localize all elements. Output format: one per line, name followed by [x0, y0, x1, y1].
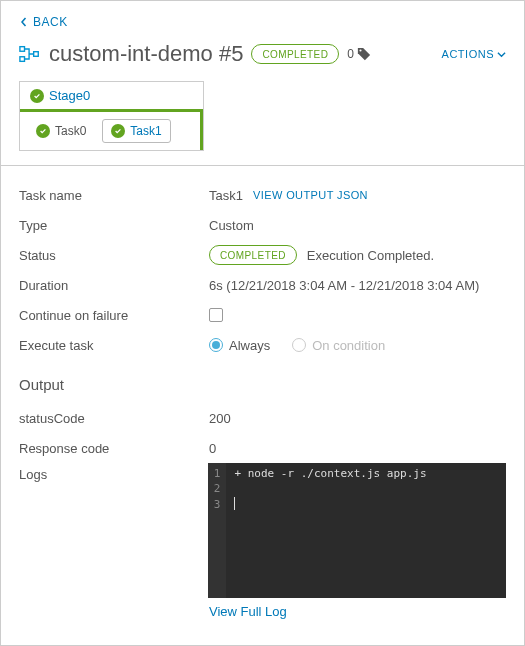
view-output-json-link[interactable]: VIEW OUTPUT JSON [253, 189, 368, 201]
chevron-down-icon [497, 50, 506, 59]
radio-icon [209, 338, 223, 352]
row-duration: Duration 6s (12/21/2018 3:04 AM - 12/21/… [19, 270, 506, 300]
label-execute: Execute task [19, 338, 209, 353]
row-status-code: statusCode 200 [19, 403, 506, 433]
row-logs: Logs 123 + node -r ./context.js app.js [19, 463, 506, 598]
status-badge: COMPLETED [251, 44, 339, 64]
value-type: Custom [209, 218, 254, 233]
radio-always[interactable]: Always [209, 338, 270, 353]
status-badge: COMPLETED [209, 245, 297, 265]
label-task-name: Task name [19, 188, 209, 203]
task-chip-task0[interactable]: Task0 [28, 119, 94, 143]
label-status-code: statusCode [19, 411, 209, 426]
page-title: custom-int-demo #5 [49, 41, 243, 67]
logs-gutter: 123 [208, 463, 227, 598]
label-type: Type [19, 218, 209, 233]
row-type: Type Custom [19, 210, 506, 240]
view-full-log-link[interactable]: View Full Log [209, 604, 287, 619]
stage-header[interactable]: Stage0 [20, 82, 203, 112]
tag-count: 0 [347, 47, 371, 61]
row-continue-on-failure: Continue on failure [19, 300, 506, 330]
radio-always-label: Always [229, 338, 270, 353]
label-status: Status [19, 248, 209, 263]
task-row: Task0 Task1 [20, 112, 203, 150]
tag-icon [357, 47, 371, 61]
divider [1, 165, 524, 166]
svg-rect-1 [20, 57, 25, 62]
value-status-code: 200 [209, 411, 231, 426]
value-response-code: 0 [209, 441, 216, 456]
radio-on-condition[interactable]: On condition [292, 338, 385, 353]
label-logs: Logs [19, 463, 208, 482]
status-text: Execution Completed. [307, 248, 434, 263]
row-task-name: Task name Task1 VIEW OUTPUT JSON [19, 180, 506, 210]
page-header: custom-int-demo #5 COMPLETED 0 ACTIONS [19, 41, 506, 67]
label-continue: Continue on failure [19, 308, 209, 323]
continue-checkbox[interactable] [209, 308, 223, 322]
view-full-log-row: View Full Log [209, 604, 506, 619]
label-duration: Duration [19, 278, 209, 293]
label-response-code: Response code [19, 441, 209, 456]
logs-editor[interactable]: 123 + node -r ./context.js app.js [208, 463, 506, 598]
radio-on-condition-label: On condition [312, 338, 385, 353]
row-response-code: Response code 0 [19, 433, 506, 463]
task-chip-label: Task0 [55, 124, 86, 138]
row-execute-task: Execute task Always On condition [19, 330, 506, 360]
check-icon [111, 124, 125, 138]
chevron-left-icon [19, 17, 29, 27]
pipeline-icon [19, 43, 41, 65]
row-status: Status COMPLETED Execution Completed. [19, 240, 506, 270]
stage-name: Stage0 [49, 88, 90, 103]
svg-point-3 [359, 49, 361, 51]
value-duration: 6s (12/21/2018 3:04 AM - 12/21/2018 3:04… [209, 278, 479, 293]
stage-box: Stage0 Task0 Task1 [19, 81, 204, 151]
actions-label: ACTIONS [442, 48, 494, 60]
check-icon [36, 124, 50, 138]
svg-rect-0 [20, 47, 25, 52]
radio-icon [292, 338, 306, 352]
back-label: BACK [33, 15, 68, 29]
check-icon [30, 89, 44, 103]
task-chip-label: Task1 [130, 124, 161, 138]
output-heading: Output [19, 376, 506, 393]
svg-rect-2 [34, 52, 39, 57]
logs-code: + node -r ./context.js app.js [226, 463, 506, 598]
tag-count-value: 0 [347, 47, 354, 61]
task-chip-task1[interactable]: Task1 [102, 119, 170, 143]
back-link[interactable]: BACK [19, 15, 68, 29]
actions-menu[interactable]: ACTIONS [442, 48, 506, 60]
value-task-name: Task1 [209, 188, 243, 203]
